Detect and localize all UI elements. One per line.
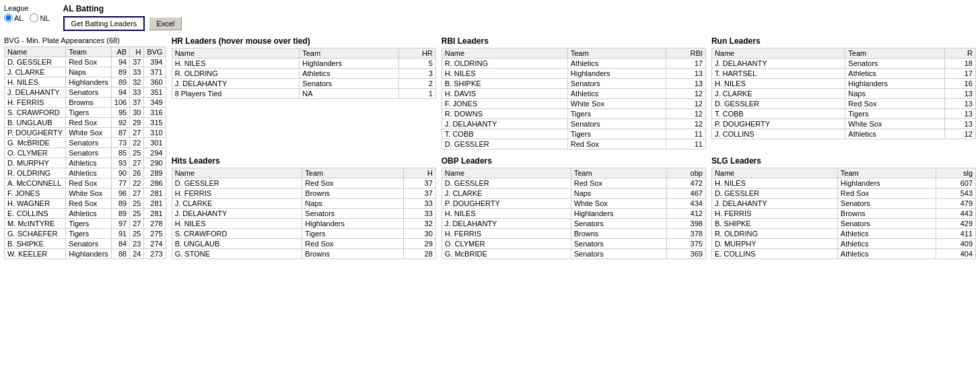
table-cell: Tigers [567, 109, 666, 119]
slg-col-slg: slg [936, 168, 975, 178]
excel-button[interactable]: Excel [149, 17, 182, 30]
table-cell: 97 [111, 219, 129, 229]
bvg-col-ab: AB [111, 47, 129, 57]
table-row: J. COLLINSAthletics12 [711, 129, 975, 139]
table-cell: 294 [144, 148, 166, 158]
table-cell: 13 [666, 69, 705, 79]
table-cell: Senators [302, 209, 404, 219]
table-cell: 32 [404, 219, 435, 229]
table-row: E. COLLINSAthletics404 [711, 249, 975, 259]
hr-leaders-panel: HR Leaders (hover mouse over tied) Name … [172, 36, 436, 149]
table-cell: 27 [130, 219, 144, 229]
table-row: H. FERRISBrowns443 [711, 209, 975, 219]
table-row: D. GESSLERRed Sox13 [711, 99, 975, 109]
radio-nl[interactable]: NL [30, 13, 49, 22]
table-cell: R. OLDRING [5, 168, 66, 178]
table-cell: 30 [130, 108, 144, 118]
table-cell: 281 [144, 189, 166, 199]
table-cell: P. DOUGHERTY [442, 199, 571, 209]
table-cell: Browns [302, 189, 404, 199]
run-leaders-panel: Run Leaders Name Team R J. DELAHANTYSena… [711, 36, 976, 149]
table-row: J. CLARKENaps33 [172, 199, 435, 209]
table-cell: D. GESSLER [711, 99, 845, 109]
table-cell: Athletics [567, 89, 666, 99]
hr-col-hr: HR [399, 48, 435, 59]
bvg-col-bvg: BVG [144, 47, 166, 57]
table-row: J. DELAHANTYSenators9433351 [5, 88, 166, 98]
table-cell: Senators [571, 219, 667, 229]
table-cell: Senators [567, 119, 666, 129]
table-row: H. FERRISBrowns10637349 [5, 98, 166, 108]
table-cell: 25 [130, 199, 144, 209]
table-cell: 92 [111, 118, 129, 128]
table-cell: 429 [936, 219, 975, 229]
table-cell: 273 [144, 249, 166, 259]
table-cell: J. DELAHANTY [172, 79, 300, 89]
table-cell: J. DELAHANTY [442, 119, 567, 129]
table-cell: 12 [666, 89, 705, 99]
table-cell: H. NILES [172, 59, 300, 69]
table-cell: 472 [667, 178, 706, 189]
table-cell: B. SHIPKE [5, 239, 66, 249]
table-cell: 315 [144, 118, 166, 128]
hr-col-team: Team [300, 48, 399, 59]
table-cell: 96 [111, 189, 129, 199]
table-cell: Red Sox [302, 178, 404, 189]
bvg-col-h: H [130, 47, 144, 57]
table-cell: J. CLARKE [442, 189, 571, 199]
table-cell: 278 [144, 219, 166, 229]
table-cell: T. HARTSEL [711, 69, 845, 79]
obp-leaders-panel: OBP Leaders Name Team obp D. GESSLERRed … [442, 156, 706, 259]
table-cell: 281 [144, 209, 166, 219]
table-cell: Red Sox [66, 57, 112, 67]
table-cell: Red Sox [66, 118, 112, 128]
table-cell: 375 [667, 239, 706, 249]
table-cell: B. UNGLAUB [172, 239, 302, 249]
table-cell: 30 [404, 229, 435, 239]
table-cell: H. FERRIS [5, 98, 66, 108]
table-cell: 360 [144, 77, 166, 88]
table-cell: 11 [666, 139, 705, 149]
table-cell: D. GESSLER [711, 189, 837, 199]
table-row: H. DAVISAthletics12 [442, 89, 705, 99]
table-cell: 412 [667, 209, 706, 219]
table-cell: Browns [302, 249, 404, 259]
table-cell: Athletics [567, 59, 666, 69]
table-cell: J. COLLINS [711, 129, 845, 139]
table-cell: 12 [944, 129, 975, 139]
table-cell: 17 [666, 59, 705, 69]
table-cell: J. DELAHANTY [442, 219, 571, 229]
table-cell: 12 [666, 119, 705, 129]
table-cell: 16 [944, 79, 975, 89]
table-cell: R. DOWNS [442, 109, 567, 119]
bvg-title: BVG - Min. Plate Appearances (68) [4, 36, 166, 44]
table-cell: Tigers [66, 219, 112, 229]
table-cell: T. COBB [442, 129, 567, 139]
table-cell: F. JONES [5, 189, 66, 199]
table-cell: J. DELAHANTY [172, 209, 302, 219]
table-cell: Senators [845, 59, 944, 69]
table-cell: 607 [936, 178, 975, 189]
radio-al[interactable]: AL [4, 13, 23, 22]
table-cell: Tigers [567, 129, 666, 139]
table-cell: 394 [144, 57, 166, 67]
table-row: H. NILESHighlanders5 [172, 59, 435, 69]
table-cell: Senators [571, 249, 667, 259]
table-cell: 90 [111, 168, 129, 178]
table-cell: 275 [144, 229, 166, 239]
get-batting-leaders-button[interactable]: Get Batting Leaders [63, 16, 145, 31]
table-cell: Highlanders [845, 79, 944, 89]
table-row: R. OLDRINGAthletics411 [711, 229, 975, 239]
table-cell: Red Sox [66, 178, 112, 189]
table-cell: 77 [111, 178, 129, 189]
table-row: D. GESSLERRed Sox9437394 [5, 57, 166, 67]
table-cell: 479 [936, 199, 975, 209]
table-cell: R. OLDRING [711, 229, 837, 239]
table-cell: 409 [936, 239, 975, 249]
table-cell: 91 [111, 229, 129, 239]
table-cell: White Sox [66, 189, 112, 199]
table-row: T. COBBTigers13 [711, 109, 975, 119]
table-cell: Naps [302, 199, 404, 209]
table-row: D. MURPHYAthletics9327290 [5, 158, 166, 168]
table-row: J. CLARKENaps8933371 [5, 67, 166, 77]
